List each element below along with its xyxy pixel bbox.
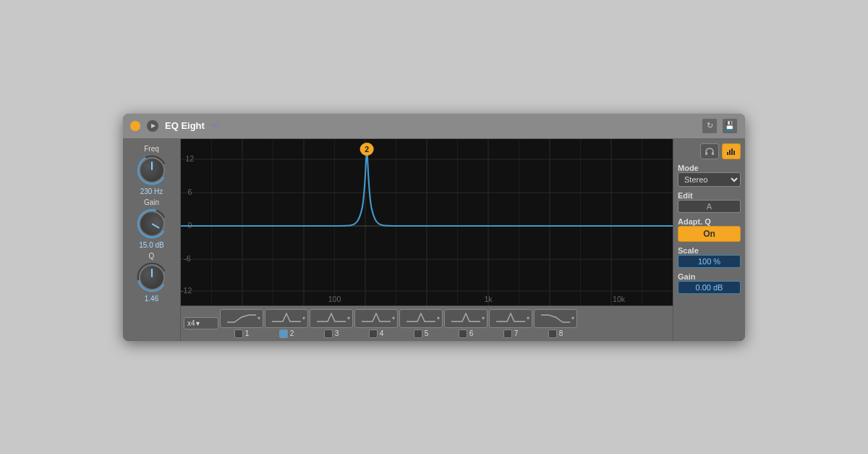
zoom-arrow: ▾ [196,319,200,327]
hand-icon[interactable]: ☜ [210,120,220,132]
freq-knob[interactable] [136,154,168,186]
band-4-num: 4 [380,329,384,337]
band-1-row: 1 [234,329,250,338]
svg-rect-41 [733,151,735,155]
main-area: Freq 230 Hz Gain [123,139,745,341]
right-top-icons [678,143,741,159]
adaptq-label: Adapt. Q [678,217,741,226]
q-label: Q [149,252,155,260]
q-knob-group: Q 1.46 [136,252,168,303]
gain-value: 15.0 dB [139,241,163,249]
band-3-shape: ▾ [310,309,353,328]
eq-display: 12 6 0 -6 -12 100 1k 10k 2 [181,139,673,341]
plugin-title: EQ Eight [165,120,205,131]
band-2-row: 2 [279,329,294,338]
gain-section: Gain 0.00 dB [678,272,741,294]
mode-section: Mode Stereo L/R M/S [678,164,741,187]
band-3-button[interactable]: ▾ 3 [310,309,353,338]
svg-text:100: 100 [328,295,341,303]
band-2-shape: ▾ [265,309,308,328]
band-8-checkbox[interactable] [548,329,557,338]
band-7-button[interactable]: ▾ 7 [489,309,532,338]
band-6-row: 6 [459,329,474,338]
scale-label: Scale [678,246,741,255]
band-8-shape: ▾ [534,309,577,328]
title-bar: EQ Eight ☜ ↻ 💾 [123,114,745,139]
band-8-button[interactable]: ▾ 8 [534,309,577,338]
headphones-button[interactable] [700,143,719,159]
gain-knob-group: Gain 15.0 dB [136,198,168,249]
band-1-num: 1 [245,329,250,337]
svg-text:-12: -12 [181,287,192,295]
band-3-num: 3 [335,329,339,337]
band-5-button[interactable]: ▾ 5 [399,309,443,338]
band-5-num: 5 [425,329,429,337]
band-5-shape: ▾ [399,309,443,328]
band-7-shape: ▾ [489,309,532,328]
band-2-num: 2 [290,329,294,337]
freq-knob-group: Freq 230 Hz [136,145,168,196]
freq-label: Freq [144,145,159,153]
scale-section: Scale 100 % [678,246,741,268]
q-value: 1.46 [145,295,158,303]
band-6-checkbox[interactable] [459,329,467,338]
svg-text:6: 6 [188,188,192,196]
svg-rect-40 [731,148,733,155]
svg-text:-6: -6 [184,255,191,263]
band-2-button[interactable]: ▾ 2 [265,309,308,338]
adaptq-button[interactable]: On [678,226,741,242]
svg-rect-39 [729,150,731,155]
band-4-row: 4 [369,329,384,338]
band-5-row: 5 [414,329,429,338]
mode-select[interactable]: Stereo L/R M/S [678,172,741,187]
scale-value[interactable]: 100 % [678,255,741,268]
band-controls: x4 ▾ ▾ 1 [181,306,673,341]
q-knob[interactable] [136,261,168,293]
band-1-checkbox[interactable] [234,329,243,338]
band-4-checkbox[interactable] [369,329,378,338]
band-7-row: 7 [503,329,519,338]
band-2-checkbox[interactable] [279,329,288,338]
edit-value[interactable]: A [678,200,741,213]
gain-knob[interactable] [136,208,168,240]
play-button[interactable] [146,119,159,133]
plugin-window: EQ Eight ☜ ↻ 💾 Freq 230 Hz Ga [123,114,745,341]
band-1-button[interactable]: ▾ 1 [220,309,263,338]
title-right-controls: ↻ 💾 [702,118,738,134]
svg-rect-37 [712,152,714,155]
zoom-label: x4 [187,319,195,327]
gain-label: Gain [144,198,159,206]
band-4-shape: ▾ [354,309,398,328]
band-3-checkbox[interactable] [324,329,333,338]
refresh-button[interactable]: ↻ [702,118,718,134]
svg-rect-36 [705,152,707,155]
eq-canvas[interactable]: 12 6 0 -6 -12 100 1k 10k 2 [181,139,673,306]
svg-text:1k: 1k [484,295,493,303]
band-6-button[interactable]: ▾ 6 [444,309,488,338]
band-4-button[interactable]: ▾ 4 [354,309,398,338]
save-button[interactable]: 💾 [722,118,738,134]
adaptq-section: Adapt. Q On [678,217,741,242]
title-dot [130,121,140,131]
right-panel: Mode Stereo L/R M/S Edit A Adapt. Q On S… [673,139,745,341]
gain-output-label: Gain [678,272,741,281]
gain-output-value[interactable]: 0.00 dB [678,281,741,294]
band-7-num: 7 [514,329,519,337]
edit-section: Edit A [678,191,741,213]
svg-text:10k: 10k [613,295,626,303]
edit-label: Edit [678,191,741,200]
param-panel: Freq 230 Hz Gain [123,139,181,341]
freq-value: 230 Hz [140,188,163,196]
band-5-checkbox[interactable] [414,329,422,338]
band-3-row: 3 [324,329,339,338]
band-1-shape: ▾ [220,309,263,328]
band-8-row: 8 [548,329,563,338]
svg-rect-38 [727,152,728,155]
zoom-selector[interactable]: x4 ▾ [184,317,218,329]
svg-text:12: 12 [185,155,194,163]
band-6-num: 6 [469,329,474,337]
band-7-checkbox[interactable] [503,329,512,338]
spectrum-button[interactable] [722,143,741,159]
band-8-num: 8 [559,329,563,337]
mode-label: Mode [678,164,741,172]
